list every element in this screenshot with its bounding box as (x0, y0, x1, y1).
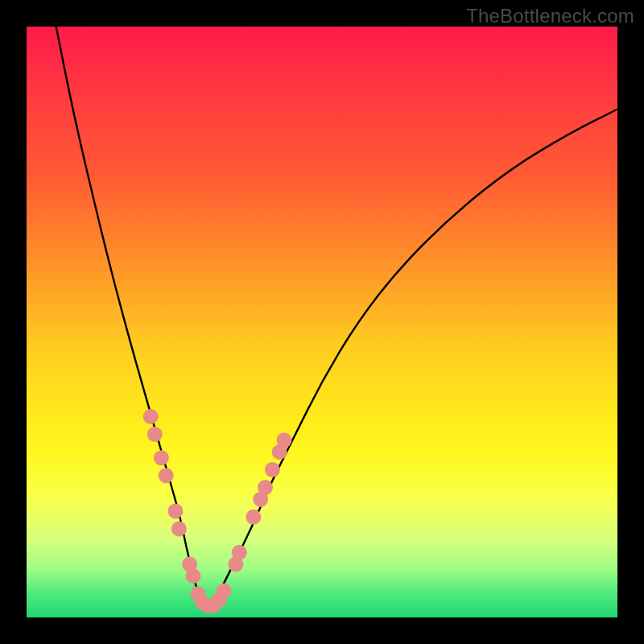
marker-dot (217, 583, 232, 598)
marker-dots (143, 409, 292, 613)
marker-dot (265, 462, 280, 477)
marker-dot (143, 409, 159, 424)
marker-dot (246, 510, 261, 525)
bottleneck-curve (56, 27, 617, 605)
chart-plot-area (27, 27, 617, 617)
marker-dot (154, 450, 169, 465)
watermark-text: TheBottleneck.com (466, 5, 634, 27)
marker-dot (277, 432, 292, 448)
marker-dot (147, 427, 163, 442)
marker-dot (258, 480, 273, 495)
marker-dot (167, 503, 183, 518)
chart-frame: TheBottleneck.com (0, 0, 644, 644)
chart-svg (27, 27, 617, 617)
marker-dot (159, 468, 174, 483)
marker-dot (171, 521, 187, 536)
marker-dot (232, 545, 247, 560)
marker-dot (185, 568, 200, 584)
